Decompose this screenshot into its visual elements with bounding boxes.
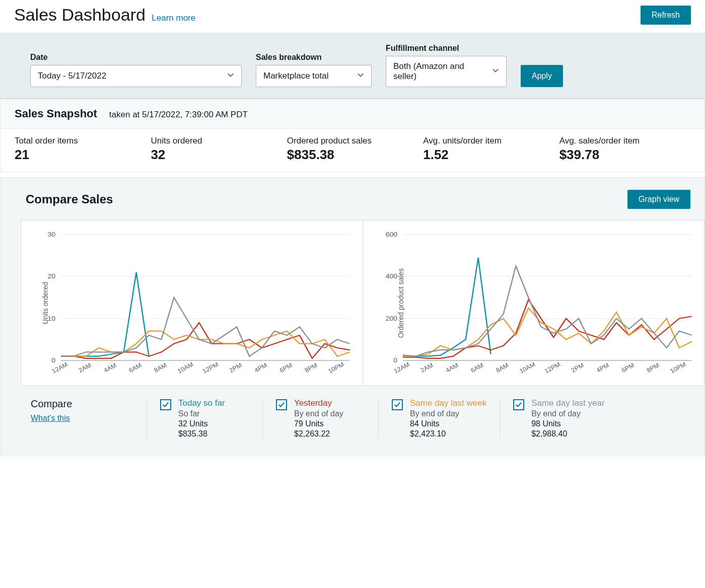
legend-title: Same day last year xyxy=(531,398,605,408)
legend-item: Today so farSo far32 Units$835.38 xyxy=(147,398,262,438)
legend-checkbox[interactable] xyxy=(276,399,287,410)
legend-sub: By end of day xyxy=(294,409,343,418)
svg-text:6AM: 6AM xyxy=(127,362,143,374)
channel-label: Fulfillment channel xyxy=(386,44,507,53)
y-axis-label: Units ordered xyxy=(41,282,49,324)
svg-text:20: 20 xyxy=(47,273,55,280)
legend-checkbox[interactable] xyxy=(160,399,171,410)
legend-units: 84 Units xyxy=(410,419,486,428)
svg-text:6PM: 6PM xyxy=(278,362,294,374)
legend-checkbox[interactable] xyxy=(392,399,403,410)
y-axis-label: Ordered product sales xyxy=(397,268,405,338)
legend-title: Yesterday xyxy=(294,398,343,408)
svg-text:8AM: 8AM xyxy=(153,362,168,374)
legend-checkbox[interactable] xyxy=(513,399,524,410)
chart: Units ordered010203012AM2AM4AM6AM8AM10AM… xyxy=(21,220,363,386)
svg-text:2AM: 2AM xyxy=(419,362,434,374)
compare-title: Compare Sales xyxy=(26,192,113,206)
legend-sales: $835.38 xyxy=(178,429,225,438)
metric-value: 21 xyxy=(15,147,146,163)
legend-sub: So far xyxy=(178,409,225,418)
sales-snapshot-panel: Sales Snapshot taken at 5/17/2022, 7:39:… xyxy=(0,98,705,172)
metric: Avg. sales/order item$39.78 xyxy=(559,136,690,163)
svg-text:2PM: 2PM xyxy=(228,362,243,374)
chevron-down-icon xyxy=(357,71,364,81)
metric-label: Avg. sales/order item xyxy=(559,136,690,146)
metric-value: $835.38 xyxy=(287,147,418,163)
legend-title: Today so far xyxy=(178,398,225,408)
breakdown-select[interactable]: Marketplace total xyxy=(256,65,372,87)
svg-text:10AM: 10AM xyxy=(518,361,536,375)
apply-button[interactable]: Apply xyxy=(521,65,563,87)
whats-this-link[interactable]: What's this xyxy=(31,414,70,422)
breakdown-label: Sales breakdown xyxy=(256,53,372,62)
svg-text:2AM: 2AM xyxy=(78,362,93,374)
legend-item: YesterdayBy end of day79 Units$2,263.22 xyxy=(262,398,378,438)
metric: Units ordered32 xyxy=(151,136,281,163)
metric-value: $39.78 xyxy=(559,147,690,163)
svg-text:12PM: 12PM xyxy=(543,361,561,375)
svg-text:4AM: 4AM xyxy=(444,362,459,374)
channel-select-value: Both (Amazon and seller) xyxy=(393,61,486,82)
legend-sub: By end of day xyxy=(410,409,486,418)
refresh-button[interactable]: Refresh xyxy=(641,6,691,25)
metric-value: 1.52 xyxy=(423,147,554,163)
legend-units: 98 Units xyxy=(531,419,605,428)
date-select-value: Today - 5/17/2022 xyxy=(38,71,106,81)
legend-item: Same day last yearBy end of day98 Units$… xyxy=(500,398,618,438)
svg-text:30: 30 xyxy=(47,231,55,238)
page-title: Sales Dashboard xyxy=(14,5,146,25)
date-select[interactable]: Today - 5/17/2022 xyxy=(30,65,242,87)
metric-label: Ordered product sales xyxy=(287,136,418,146)
legend-sales: $2,423.10 xyxy=(410,429,486,438)
channel-select[interactable]: Both (Amazon and seller) xyxy=(386,56,507,87)
svg-text:4PM: 4PM xyxy=(595,362,610,374)
learn-more-link[interactable]: Learn more xyxy=(152,13,195,23)
legend-title: Same day last week xyxy=(410,398,486,408)
legend-sales: $2,988.40 xyxy=(531,429,605,438)
legend-sub: By end of day xyxy=(531,409,605,418)
svg-text:10PM: 10PM xyxy=(669,361,687,375)
metric-label: Total order items xyxy=(15,136,146,146)
svg-text:8AM: 8AM xyxy=(495,362,510,374)
legend-item: Same day last weekBy end of day84 Units$… xyxy=(378,398,500,438)
legend-units: 32 Units xyxy=(178,419,225,428)
svg-text:8PM: 8PM xyxy=(645,362,660,374)
svg-text:10AM: 10AM xyxy=(176,361,195,375)
svg-text:2PM: 2PM xyxy=(570,362,585,374)
svg-text:8PM: 8PM xyxy=(304,362,319,374)
compare-sales-panel: Compare Sales Graph view Units ordered01… xyxy=(0,177,705,456)
svg-text:600: 600 xyxy=(385,231,397,238)
chevron-down-icon xyxy=(492,66,499,77)
metric-label: Units ordered xyxy=(151,136,281,146)
snapshot-timestamp: taken at 5/17/2022, 7:39:00 AM PDT xyxy=(109,110,248,120)
metric: Avg. units/order item1.52 xyxy=(423,136,554,163)
svg-text:6PM: 6PM xyxy=(620,362,635,374)
svg-text:6AM: 6AM xyxy=(469,362,484,374)
svg-text:0: 0 xyxy=(51,356,55,363)
legend-units: 79 Units xyxy=(294,419,343,428)
chart: Ordered product sales020040060012AM2AM4A… xyxy=(363,220,704,386)
svg-text:12PM: 12PM xyxy=(201,361,220,375)
graph-view-button[interactable]: Graph view xyxy=(627,190,690,209)
metric-label: Avg. units/order item xyxy=(423,136,554,146)
svg-text:4PM: 4PM xyxy=(253,362,268,374)
snapshot-title: Sales Snapshot xyxy=(15,107,97,120)
svg-text:200: 200 xyxy=(385,315,397,322)
metric: Ordered product sales$835.38 xyxy=(287,136,418,163)
svg-text:4AM: 4AM xyxy=(102,362,117,374)
svg-text:400: 400 xyxy=(385,273,397,280)
svg-text:0: 0 xyxy=(393,356,397,363)
legend-sales: $2,263.22 xyxy=(294,429,343,438)
breakdown-select-value: Marketplace total xyxy=(263,71,328,81)
svg-text:10PM: 10PM xyxy=(327,361,345,375)
compare-label: Compare xyxy=(31,398,147,410)
date-label: Date xyxy=(30,53,242,62)
metric-value: 32 xyxy=(151,147,281,163)
metric: Total order items21 xyxy=(15,136,146,163)
filter-bar: Date Today - 5/17/2022 Sales breakdown M… xyxy=(0,33,705,98)
chevron-down-icon xyxy=(227,71,234,81)
